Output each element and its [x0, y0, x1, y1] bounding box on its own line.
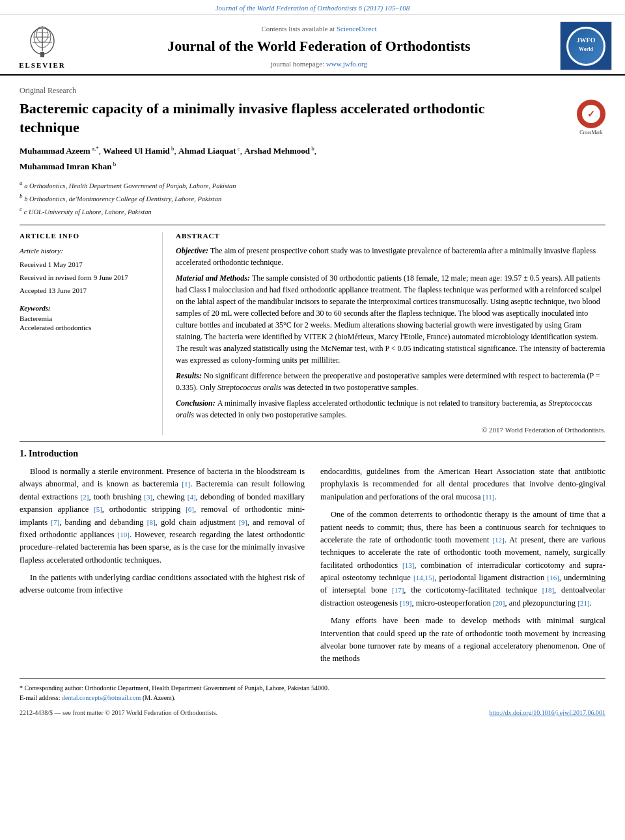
article-info-heading: ARTICLE INFO	[20, 232, 154, 240]
author-mehmood: Arshad Mehmood	[244, 147, 310, 156]
keyword-accelerated: Accelerated orthodontics	[20, 324, 154, 331]
jwfo-letters: JWFO World	[576, 36, 596, 55]
elsevier-logo: ELSEVIER	[13, 21, 72, 70]
sciencedirect-link[interactable]: ScienceDirect	[337, 25, 377, 33]
ref-7[interactable]: [7]	[51, 518, 59, 526]
author-hamid: Waheed Ul Hamid	[103, 147, 170, 156]
svg-rect-0	[40, 52, 44, 57]
ref-20[interactable]: [20]	[493, 599, 505, 607]
email-label: E-mail address:	[20, 694, 60, 701]
keywords-section: Keywords: Bacteremia Accelerated orthodo…	[20, 304, 154, 331]
paper-title: Bacteremic capacity of a minimally invas…	[20, 100, 527, 137]
footnote-text: * Corresponding author: Orthodontic Depa…	[20, 683, 605, 703]
intro-right-para2: One of the common deterrents to orthodon…	[320, 509, 605, 609]
footnote-star-text: * Corresponding author: Orthodontic Depa…	[20, 684, 329, 692]
journal-citation-text: Journal of the World Federation of Ortho…	[215, 4, 410, 12]
journal-homepage: journal homepage: www.jwfo.org	[271, 60, 367, 68]
article-history: Article history: Received 1 May 2017 Rec…	[20, 245, 154, 298]
ref-16[interactable]: [16]	[547, 574, 559, 581]
sup-b3: b	[112, 161, 117, 167]
jwfo-circle: JWFO World	[566, 27, 605, 66]
ref-19[interactable]: [19]	[400, 599, 411, 607]
ref-8[interactable]: [8]	[147, 518, 156, 526]
objective-label: Objective:	[176, 246, 210, 255]
journal-header-middle: Contents lists available at ScienceDirec…	[78, 21, 560, 70]
intro-heading: 1. Introduction	[20, 449, 605, 459]
intro-para2: In the patients with underlying cardiac …	[20, 572, 305, 597]
ref-9[interactable]: [9]	[239, 518, 247, 526]
intro-right-col: endocarditis, guidelines from the Americ…	[320, 466, 605, 665]
contents-line: Contents lists available at ScienceDirec…	[261, 25, 376, 33]
ref-18[interactable]: [18]	[542, 586, 554, 594]
page: Journal of the World Federation of Ortho…	[0, 0, 625, 840]
crossmark-label: CrossMark	[579, 130, 603, 135]
author-email[interactable]: dental.concepts@hotmail.com	[62, 694, 141, 701]
main-content: Original Research Bacteremic capacity of…	[0, 76, 625, 672]
section-divider	[20, 441, 605, 442]
abstract-text: Objective: The aim of present prospectiv…	[176, 245, 605, 436]
svg-text:World: World	[579, 46, 593, 52]
authors-line: Muhammad Azeem a,*, Waheed Ul Hamid b, A…	[20, 143, 605, 174]
abstract-methods: Material and Methods: The sample consist…	[176, 272, 605, 366]
methods-label: Material and Methods:	[176, 273, 252, 283]
header-section: ELSEVIER Contents lists available at Sci…	[0, 15, 625, 76]
ref-10[interactable]: [10]	[117, 531, 129, 539]
received-date: Received 1 May 2017	[20, 259, 154, 272]
journal-title: Journal of the World Federation of Ortho…	[167, 38, 470, 55]
sup-c: c	[236, 145, 240, 152]
ref-11[interactable]: [11]	[483, 493, 495, 501]
issn-text: 2212-4438/$ — see front matter © 2017 Wo…	[20, 709, 217, 716]
article-info-col: ARTICLE INFO Article history: Received 1…	[20, 232, 163, 436]
crossmark-container: ✓ CrossMark	[577, 100, 605, 135]
sup-b1: b	[170, 145, 174, 152]
footer-section: * Corresponding author: Orthodontic Depa…	[20, 679, 605, 703]
bottom-bar: 2212-4438/$ — see front matter © 2017 Wo…	[0, 705, 625, 720]
ref-5[interactable]: [5]	[94, 505, 102, 513]
intro-right-para3: Many efforts have been made to develop m…	[320, 615, 605, 665]
journal-citation-bar: Journal of the World Federation of Ortho…	[0, 0, 625, 15]
doi-text: http://dx.doi.org/10.1016/j.ejwf.2017.06…	[490, 709, 605, 716]
results-label: Results:	[176, 371, 204, 380]
ref-13[interactable]: [13]	[402, 561, 414, 569]
affil-b: b b Orthodontics, de'Montmorency College…	[20, 191, 605, 204]
results-text: No significant difference between the pr…	[176, 371, 600, 392]
intro-para1: Blood is normally a sterile environment.…	[20, 466, 305, 567]
doi-link[interactable]: http://dx.doi.org/10.1016/j.ejwf.2017.06…	[490, 709, 605, 716]
conclusion-text: A minimally invasive flapless accelerate…	[176, 399, 592, 419]
ref-3[interactable]: [3]	[144, 493, 152, 501]
ref-14-15[interactable]: [14,15]	[413, 574, 434, 581]
ref-12[interactable]: [12]	[492, 536, 504, 544]
ref-1[interactable]: [1]	[182, 480, 190, 488]
intro-right-para1: endocarditis, guidelines from the Americ…	[320, 466, 605, 503]
abstract-objective: Objective: The aim of present prospectiv…	[176, 245, 605, 268]
article-info-abstract: ARTICLE INFO Article history: Received 1…	[20, 225, 605, 436]
objective-text: The aim of present prospective cohort st…	[176, 246, 596, 267]
abstract-heading: ABSTRACT	[176, 232, 605, 240]
article-type: Original Research	[20, 86, 605, 96]
crossmark-icon: ✓	[577, 100, 605, 128]
elsevier-tree-icon	[20, 23, 65, 59]
ref-2[interactable]: [2]	[81, 493, 89, 501]
revised-date: Received in revised form 9 June 2017	[20, 272, 154, 285]
introduction-section: 1. Introduction Blood is normally a ster…	[20, 449, 605, 665]
intro-body-cols: Blood is normally a sterile environment.…	[20, 466, 605, 665]
contents-text: Contents lists available at	[261, 25, 335, 33]
author-khan: Muhammad Imran Khan	[20, 161, 112, 171]
sup-b2: b	[310, 145, 314, 152]
ref-17[interactable]: [17]	[392, 586, 404, 594]
intro-left-col: Blood is normally a sterile environment.…	[20, 466, 305, 665]
abstract-conclusion: Conclusion: A minimally invasive flaples…	[176, 397, 605, 421]
author-liaquat: Ahmad Liaquat	[178, 147, 236, 156]
elsevier-label: ELSEVIER	[19, 61, 66, 69]
affil-a: a a Orthodontics, Health Department Gove…	[20, 178, 605, 191]
email-suffix: (M. Azeem).	[143, 694, 176, 701]
ref-21[interactable]: [21]	[577, 599, 589, 607]
crossmark-symbol: ✓	[587, 109, 595, 120]
homepage-link[interactable]: www.jwfo.org	[326, 60, 367, 68]
ref-6[interactable]: [6]	[186, 505, 194, 513]
affil-c: c c UOL-University of Lahore, Lahore, Pa…	[20, 204, 605, 217]
ref-4[interactable]: [4]	[188, 493, 196, 501]
affiliations: a a Orthodontics, Health Department Gove…	[20, 178, 605, 218]
methods-text: The sample consisted of 30 orthodontic p…	[176, 273, 605, 365]
abstract-copyright: © 2017 World Federation of Orthodontists…	[176, 425, 605, 436]
